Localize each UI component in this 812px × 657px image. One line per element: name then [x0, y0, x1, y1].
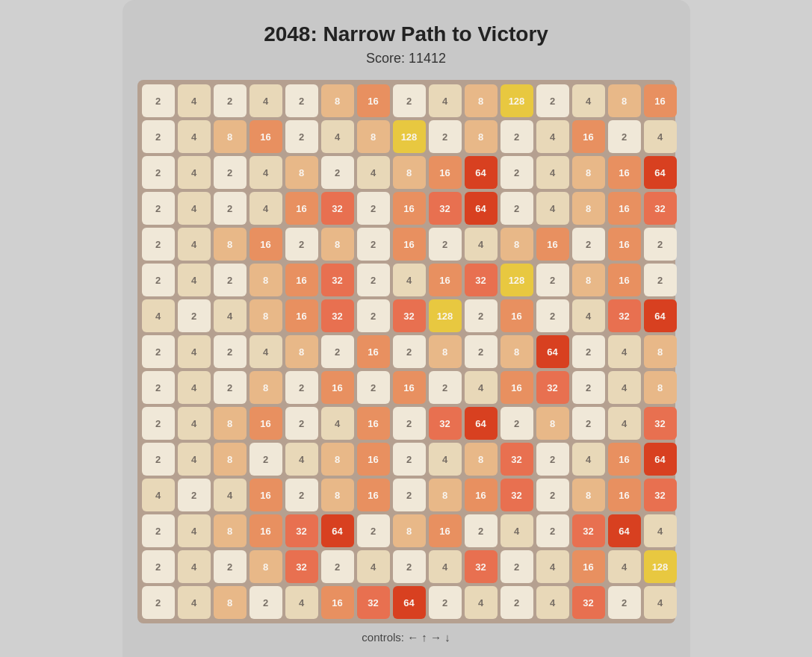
tile-16: 16	[429, 264, 462, 296]
tile-16: 16	[500, 371, 533, 404]
tile-16: 16	[357, 443, 390, 476]
tile-2: 2	[536, 514, 569, 547]
tile-2: 2	[142, 514, 175, 547]
tile-4: 4	[644, 586, 677, 619]
tile-4: 4	[536, 120, 569, 153]
tile-32: 32	[285, 514, 318, 547]
tile-2: 2	[142, 371, 175, 404]
tile-4: 4	[285, 443, 318, 476]
tile-2: 2	[429, 120, 462, 153]
tile-32: 32	[644, 479, 677, 511]
tile-8: 8	[214, 586, 247, 619]
tile-2: 2	[142, 228, 175, 261]
tile-2: 2	[393, 479, 426, 511]
tile-32: 32	[572, 586, 605, 619]
tile-4: 4	[285, 586, 318, 619]
tile-16: 16	[250, 479, 282, 511]
tile-2: 2	[572, 228, 605, 261]
tile-32: 32	[285, 550, 318, 583]
tile-4: 4	[321, 120, 354, 153]
tile-8: 8	[285, 156, 318, 189]
tile-4: 4	[608, 550, 641, 583]
tile-64: 64	[465, 192, 498, 225]
tile-2: 2	[285, 371, 318, 404]
tile-2: 2	[644, 264, 677, 296]
tile-8: 8	[214, 120, 247, 153]
tile-16: 16	[321, 371, 354, 404]
tile-32: 32	[429, 192, 462, 225]
tile-16: 16	[608, 264, 641, 296]
tile-128: 128	[644, 550, 677, 583]
score-display: Score: 11412	[366, 51, 446, 66]
tile-2: 2	[465, 514, 498, 547]
tile-32: 32	[357, 586, 390, 619]
tile-16: 16	[608, 228, 641, 261]
tile-2: 2	[608, 120, 641, 153]
tile-16: 16	[393, 371, 426, 404]
tile-8: 8	[608, 84, 641, 117]
tile-8: 8	[536, 407, 569, 440]
tile-2: 2	[393, 335, 426, 368]
tile-4: 4	[393, 264, 426, 296]
tile-4: 4	[429, 443, 462, 476]
tile-8: 8	[321, 443, 354, 476]
tile-2: 2	[357, 371, 390, 404]
controls-label: controls: ← ↑ → ↓	[362, 631, 450, 644]
tile-16: 16	[608, 156, 641, 189]
tile-32: 32	[536, 371, 569, 404]
tile-4: 4	[321, 407, 354, 440]
tile-8: 8	[214, 407, 247, 440]
tile-32: 32	[608, 299, 641, 332]
tile-4: 4	[178, 335, 211, 368]
tile-2: 2	[393, 443, 426, 476]
tile-2: 2	[142, 443, 175, 476]
tile-4: 4	[178, 586, 211, 619]
tile-4: 4	[250, 84, 282, 117]
tile-8: 8	[393, 514, 426, 547]
tile-8: 8	[500, 335, 533, 368]
tile-2: 2	[214, 371, 247, 404]
tile-4: 4	[214, 479, 247, 511]
tile-8: 8	[357, 120, 390, 153]
tile-8: 8	[572, 264, 605, 296]
tile-2: 2	[142, 84, 175, 117]
tile-8: 8	[465, 443, 498, 476]
tile-2: 2	[142, 264, 175, 296]
tile-2: 2	[500, 407, 533, 440]
tile-8: 8	[465, 120, 498, 153]
tile-64: 64	[465, 156, 498, 189]
tile-2: 2	[285, 84, 318, 117]
tile-2: 2	[142, 335, 175, 368]
tile-2: 2	[285, 120, 318, 153]
tile-4: 4	[572, 299, 605, 332]
tile-2: 2	[285, 479, 318, 511]
tile-4: 4	[178, 550, 211, 583]
tile-2: 2	[214, 84, 247, 117]
tile-16: 16	[285, 192, 318, 225]
tile-2: 2	[465, 335, 498, 368]
tile-128: 128	[429, 299, 462, 332]
tile-32: 32	[644, 407, 677, 440]
tile-2: 2	[250, 443, 282, 476]
tile-8: 8	[429, 479, 462, 511]
tile-8: 8	[465, 84, 498, 117]
tile-2: 2	[142, 586, 175, 619]
tile-16: 16	[608, 479, 641, 511]
tile-64: 64	[608, 514, 641, 547]
tile-2: 2	[429, 371, 462, 404]
tile-64: 64	[465, 407, 498, 440]
tile-2: 2	[285, 407, 318, 440]
tile-4: 4	[178, 443, 211, 476]
tile-64: 64	[536, 335, 569, 368]
tile-8: 8	[429, 335, 462, 368]
tile-2: 2	[536, 299, 569, 332]
tile-4: 4	[178, 156, 211, 189]
tile-2: 2	[142, 550, 175, 583]
tile-2: 2	[142, 192, 175, 225]
tile-4: 4	[178, 228, 211, 261]
tile-32: 32	[321, 299, 354, 332]
tile-2: 2	[572, 371, 605, 404]
tile-4: 4	[500, 514, 533, 547]
tile-2: 2	[393, 407, 426, 440]
tile-16: 16	[250, 120, 282, 153]
